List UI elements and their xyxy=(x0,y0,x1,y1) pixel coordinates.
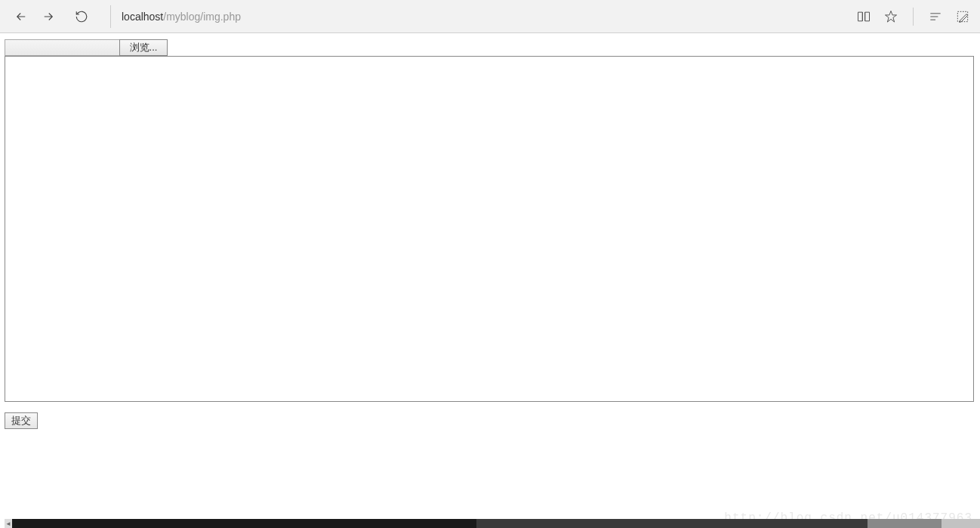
url-path: /myblog/img.php xyxy=(163,11,241,23)
hub-button[interactable] xyxy=(927,8,944,25)
submit-button[interactable]: 提交 xyxy=(5,412,38,429)
toolbar-separator-right xyxy=(913,8,914,26)
toolbar-right-icons xyxy=(855,8,974,26)
file-input-row: 浏览... xyxy=(5,39,975,56)
refresh-button[interactable] xyxy=(72,8,91,26)
scroll-thumb[interactable] xyxy=(12,519,941,528)
forward-button[interactable] xyxy=(39,8,57,26)
reading-view-button[interactable] xyxy=(855,8,872,25)
scroll-left-arrow-icon[interactable]: ◄ xyxy=(5,519,12,528)
browser-toolbar: localhost/myblog/img.php xyxy=(0,0,980,33)
horizontal-scrollbar[interactable]: ◄ xyxy=(5,519,980,528)
favorite-button[interactable] xyxy=(883,8,899,25)
note-icon xyxy=(955,9,970,24)
star-icon xyxy=(883,9,898,24)
arrow-right-icon xyxy=(42,10,55,23)
scroll-track[interactable] xyxy=(12,519,980,528)
book-icon xyxy=(856,9,871,24)
submit-row: 提交 xyxy=(5,412,975,429)
file-path-input[interactable] xyxy=(5,39,119,56)
browse-button[interactable]: 浏览... xyxy=(119,39,168,56)
back-button[interactable] xyxy=(12,8,30,26)
webnote-button[interactable] xyxy=(954,8,971,25)
url-host: localhost xyxy=(122,11,163,23)
nav-buttons xyxy=(6,8,97,26)
arrow-left-icon xyxy=(14,10,28,23)
refresh-icon xyxy=(75,10,88,23)
address-bar[interactable]: localhost/myblog/img.php xyxy=(119,11,855,23)
content-textarea[interactable] xyxy=(5,56,974,402)
toolbar-separator xyxy=(110,5,111,28)
page-content: 浏览... 提交 xyxy=(0,33,980,435)
lines-icon xyxy=(928,9,943,24)
